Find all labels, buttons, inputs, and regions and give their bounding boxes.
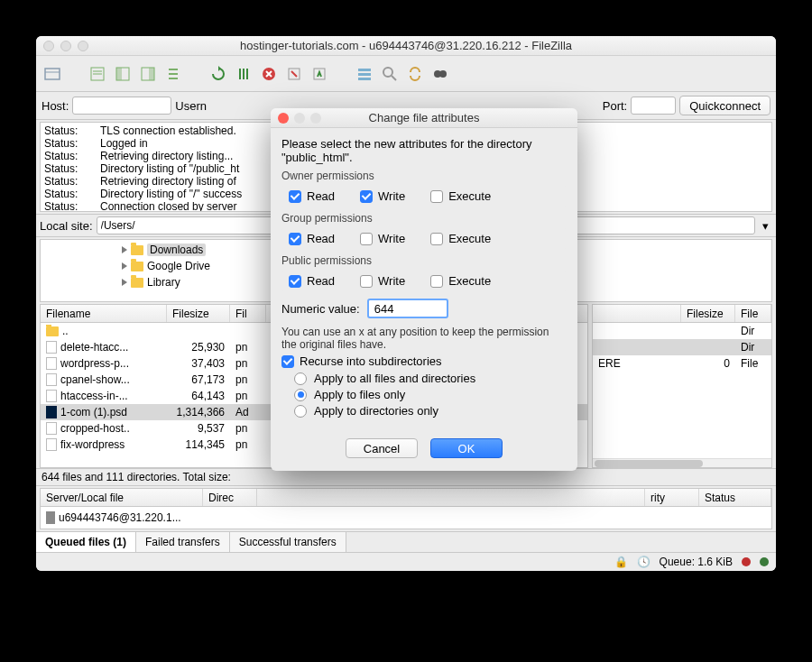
log-key: Status: [44,124,89,137]
queue-row[interactable]: u694443746@31.220.1... [59,511,181,524]
public-execute-checkbox[interactable] [430,275,443,288]
host-input[interactable] [72,97,171,115]
log-msg: TLS connection established. [100,124,236,137]
owner-perm-label: Owner permissions [281,170,567,182]
file-icon [46,373,57,386]
col-filename[interactable]: Filename [41,305,167,322]
folder-icon [131,245,143,255]
file-icon [46,390,57,402]
table-row[interactable]: Dir [593,339,771,355]
minimize-icon[interactable] [60,41,71,51]
public-read-checkbox[interactable] [289,275,301,288]
table-row[interactable]: Dir [593,323,771,339]
folder-icon [46,326,59,336]
server-icon [46,511,55,524]
svg-rect-0 [45,69,60,79]
refresh-icon[interactable] [208,63,229,85]
toggle-log-icon[interactable] [87,63,108,85]
lock-icon[interactable]: 🔒 [614,556,628,568]
window-title: hostinger-tutorials.com - u694443746@31.… [36,39,776,52]
local-status-line: 644 files and 111 directories. Total siz… [36,468,776,486]
dialog-prompt: Please select the new attributes for the… [281,137,567,164]
zoom-icon[interactable] [78,41,88,51]
owner-read-checkbox[interactable] [289,190,301,203]
dialog-titlebar: Change file attributes [271,108,577,128]
cancel-button[interactable]: Cancel [346,438,418,458]
remote-file-list[interactable]: Filesize File Dir Dir ERE0File [592,304,772,468]
file-icon [46,422,57,435]
activity-indicator-icon [760,557,769,566]
toolbar [36,56,776,92]
filter-icon[interactable] [354,63,375,85]
tab-failed[interactable]: Failed transfers [136,532,230,552]
process-queue-icon[interactable] [233,63,254,85]
toggle-queue-icon[interactable] [162,63,184,85]
table-row[interactable]: ERE0File [593,355,771,372]
hint-text: You can use an x at any position to keep… [281,326,567,351]
tree-item[interactable]: Library [147,276,180,289]
tab-successful[interactable]: Successful transfers [230,532,346,552]
file-icon [46,357,57,370]
reconnect-icon[interactable] [309,63,330,85]
transfer-tabs: Queued files (1) Failed transfers Succes… [36,531,776,552]
search-icon[interactable] [429,63,451,85]
numeric-label: Numeric value: [281,302,360,316]
site-manager-icon[interactable] [42,63,63,85]
compare-icon[interactable] [379,63,401,85]
file-attributes-dialog: Change file attributes Please select the… [271,108,577,471]
activity-indicator-icon [742,557,751,566]
tab-queued[interactable]: Queued files (1) [36,532,136,552]
folder-icon [131,262,143,271]
apply-all-radio[interactable] [294,372,307,385]
toggle-tree-icon[interactable] [112,63,134,85]
horizontal-scrollbar[interactable] [593,458,771,467]
sync-browse-icon[interactable] [404,63,426,85]
owner-execute-checkbox[interactable] [430,190,443,203]
col-status[interactable]: Status [699,489,771,506]
owner-write-checkbox[interactable] [360,190,373,203]
col-filesize[interactable]: Filesize [167,305,230,322]
col-priority[interactable]: rity [645,489,699,506]
col-server-file[interactable]: Server/Local file [41,489,203,506]
group-write-checkbox[interactable] [360,233,373,245]
col-filesize[interactable]: Filesize [681,305,735,322]
col-filetype[interactable]: File [735,305,771,322]
folder-icon [131,278,143,288]
port-input[interactable] [631,97,676,115]
svg-rect-7 [149,68,154,80]
close-icon[interactable] [43,41,54,51]
cancel-icon[interactable] [258,63,280,85]
ok-button[interactable]: OK [430,438,503,458]
status-bar: 🔒 🕓 Queue: 1.6 KiB [36,552,776,571]
toggle-remote-tree-icon[interactable] [137,63,159,85]
table-header: Filesize File [593,305,771,323]
recurse-checkbox[interactable] [281,355,294,368]
file-icon [46,341,57,354]
queue-size: Queue: 1.6 KiB [660,556,733,568]
col-filetype[interactable]: Fil [230,305,266,322]
chevron-right-icon[interactable] [122,262,127,270]
public-perm-label: Public permissions [281,254,567,267]
svg-rect-5 [116,68,122,80]
svg-rect-14 [358,78,371,80]
chevron-right-icon[interactable] [122,279,127,286]
col-direction[interactable]: Direc [203,489,257,506]
svg-line-16 [392,76,396,80]
group-read-checkbox[interactable] [289,233,301,245]
apply-files-radio[interactable] [294,389,307,401]
queue-header: Server/Local file Direc rity Status [41,489,771,507]
traffic-lights [43,41,88,51]
tree-item[interactable]: Google Drive [147,260,210,272]
public-write-checkbox[interactable] [360,275,373,288]
username-label: Usern [175,99,207,113]
tree-item[interactable]: Downloads [147,244,206,256]
chevron-right-icon[interactable] [122,246,127,253]
apply-dirs-radio[interactable] [294,405,307,418]
numeric-value-input[interactable] [367,299,448,318]
group-execute-checkbox[interactable] [430,233,443,245]
transfer-queue[interactable]: Server/Local file Direc rity Status u694… [40,488,772,529]
file-icon [46,438,57,451]
disconnect-icon[interactable] [283,63,305,85]
quickconnect-button[interactable]: Quickconnect [679,96,770,115]
local-site-label: Local site: [40,219,93,233]
